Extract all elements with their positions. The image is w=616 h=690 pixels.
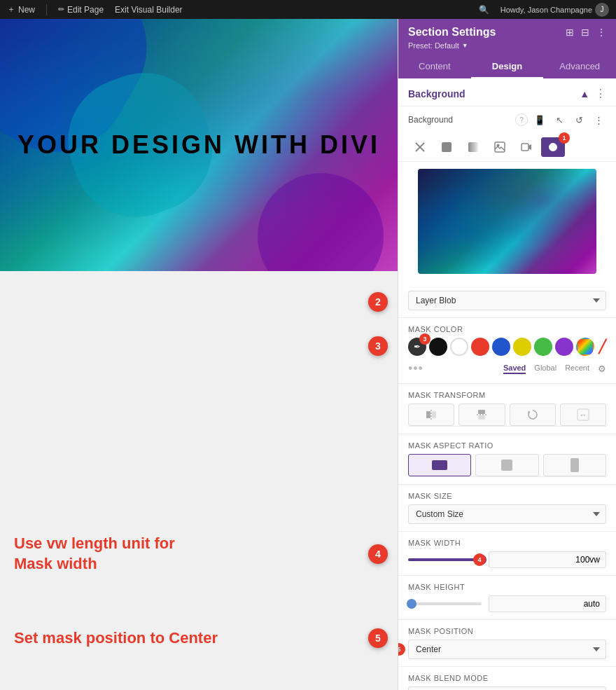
mask-size-select[interactable]: Custom Size [408,504,606,524]
more-options-icon[interactable]: ⋮ [596,27,606,38]
preset-label: Preset: Default [408,41,459,50]
bg-type-color[interactable] [435,137,458,157]
layer-blob-select[interactable]: Layer Blob [408,291,606,310]
color-gradient[interactable] [576,338,594,356]
tab-design-label: Design [492,61,522,71]
color-red[interactable] [471,338,489,356]
mask-transform-group: Mask Transform ↔ [398,384,616,434]
new-label: New [18,5,35,15]
canvas-hero: YOUR DESIGN WITH DIVI [0,19,398,271]
transform-buttons: ↔ [408,403,606,427]
tab-design[interactable]: Design [471,54,544,78]
mask-height-input[interactable] [489,595,606,612]
aspect-tall[interactable] [543,454,606,476]
transform-mirror[interactable]: ↔ [560,403,606,426]
tab-advanced[interactable]: Advanced [543,54,616,78]
color-tab-global[interactable]: Global [534,364,556,374]
mask-height-thumb[interactable] [407,599,416,609]
svg-text:↔: ↔ [579,410,587,419]
layer-blob-group: Layer Blob [398,284,616,318]
mask-size-label: Mask Size [408,492,606,500]
pencil-icon: ✏ [58,5,64,14]
mask-blend-mode-select[interactable]: Normal [408,686,606,690]
mask-width-slider[interactable] [408,558,482,561]
bg-type-mask[interactable]: 1 [541,137,565,157]
background-section-header: Background ▲ ⋮ [398,78,616,106]
separator [46,4,47,15]
layout-icon[interactable]: ⊟ [581,27,589,38]
user-info: Howdy, Jason Champagne J [500,3,609,17]
undo-icon[interactable]: ↺ [571,112,587,127]
mask-transform-label: Mask Transform [408,391,606,399]
color-settings-icon[interactable]: ⚙ [598,364,606,374]
edit-page-button[interactable]: ✏ Edit Page [58,5,104,15]
step-4-container: 4 [489,551,606,568]
mask-height-container [408,595,606,612]
responsive-icon[interactable]: ⊞ [566,27,574,38]
color-tab-recent[interactable]: Recent [565,364,589,374]
mask-color-label: Mask Color [408,325,606,333]
color-purple[interactable] [555,338,573,356]
title-row: Section Settings ⊞ ⊟ ⋮ [408,26,606,39]
background-label: Background [408,115,453,125]
mask-blend-mode-group: Mask Blend Mode Normal [398,667,616,690]
search-icon: 🔍 [479,5,489,15]
mask-position-select[interactable]: Center [408,640,606,659]
aspect-square-shape [501,460,512,471]
exit-label: Exit Visual Builder [115,5,183,15]
step-5-mini: 5 [398,643,405,656]
eyedropper-swatch[interactable]: ✒ 3 [408,338,426,356]
panel-header: Section Settings ⊞ ⊟ ⋮ Preset: Default ▼ [398,19,616,54]
color-custom-icon[interactable]: ╱ [598,339,606,354]
user-avatar: J [595,3,609,17]
plus-icon: ＋ [7,4,15,15]
bg-type-gradient[interactable] [461,137,485,157]
section-controls: ▲ ⋮ [580,87,606,100]
background-section-title: Background [408,88,465,99]
cursor-icon[interactable]: ↖ [552,112,567,127]
user-label: Howdy, Jason Champagne [500,6,592,14]
search-button[interactable]: 🔍 [479,5,489,15]
preset-row[interactable]: Preset: Default ▼ [408,41,606,50]
new-button[interactable]: ＋ New [7,4,35,15]
svg-rect-8 [432,411,436,418]
color-yellow[interactable] [513,338,531,356]
bg-more-icon[interactable]: ⋮ [591,112,606,127]
color-tabs: ••• Saved Global Recent ⚙ [408,361,606,376]
color-white[interactable] [450,338,468,356]
mask-height-slider[interactable] [408,602,482,605]
color-blue[interactable] [492,338,510,356]
mask-width-input[interactable] [489,551,606,568]
svg-rect-11 [478,415,485,420]
color-black[interactable] [429,338,447,356]
aspect-square[interactable] [475,454,538,476]
canvas-area: YOUR DESIGN WITH DIVI 2 3 5 Use vw lengt… [0,19,398,690]
bg-type-none[interactable] [408,137,432,157]
tab-content[interactable]: Content [398,54,471,78]
step-1-badge-inline: 1 [559,132,570,144]
mask-aspect-ratio-label: Mask Aspect Ratio [408,441,606,450]
svg-rect-10 [478,410,485,414]
bg-type-video[interactable] [514,137,538,157]
transform-flip-v[interactable] [458,403,505,426]
top-bar: ＋ New ✏ Edit Page Exit Visual Builder 🔍 … [0,0,616,19]
mask-width-container: 4 [408,551,606,568]
step-5-container: 5 Center [408,640,606,659]
aspect-wide[interactable] [408,454,471,476]
transform-flip-h[interactable] [408,403,454,426]
mobile-icon[interactable]: 📱 [532,112,547,127]
bg-type-image[interactable] [488,137,512,157]
section-more-icon[interactable]: ⋮ [595,87,606,100]
mask-width-label: Mask Width [408,539,606,547]
color-green[interactable] [534,338,552,356]
background-row: Background ? 📱 ↖ ↺ ⋮ [398,106,616,133]
exit-builder-button[interactable]: Exit Visual Builder [115,5,183,15]
collapse-icon[interactable]: ▲ [580,88,589,99]
main-layout: YOUR DESIGN WITH DIVI 2 3 5 Use vw lengt… [0,19,616,690]
color-dots-more[interactable]: ••• [408,361,424,376]
transform-rotate[interactable] [510,403,556,426]
color-tab-saved[interactable]: Saved [503,364,526,374]
panel-tabs: Content Design Advanced [398,54,616,78]
help-icon[interactable]: ? [515,113,528,126]
mask-height-group: Mask Height [398,576,616,620]
